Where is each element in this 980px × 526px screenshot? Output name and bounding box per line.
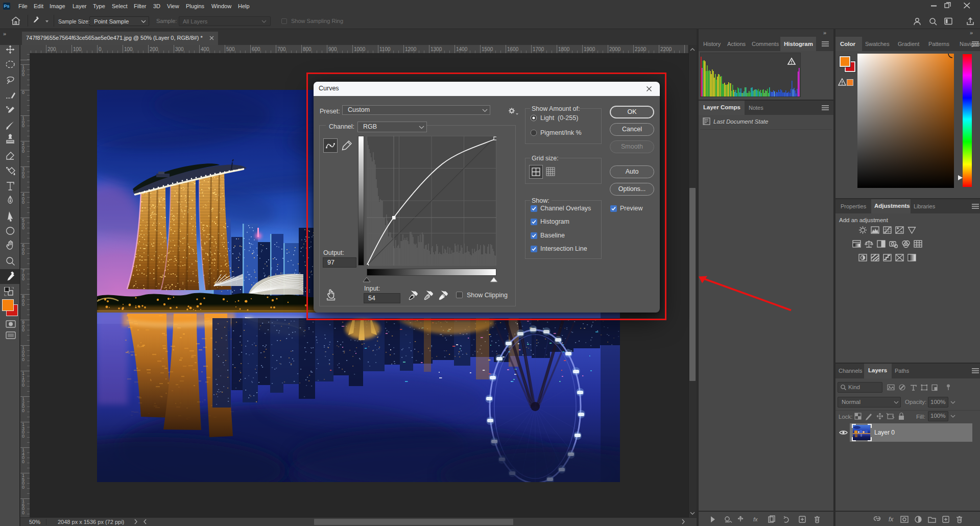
svg-text:fx: fx — [753, 516, 758, 522]
svg-text:fx: fx — [889, 516, 894, 523]
